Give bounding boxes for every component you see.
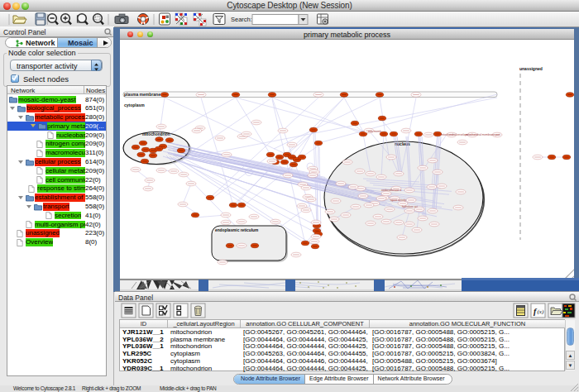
svg-text:hydrolase act: hydrolase act	[402, 205, 418, 208]
svg-text:Search:: Search:	[231, 16, 252, 23]
svg-text:(x): (x)	[538, 308, 544, 315]
svg-text:cytoplasm: cytoplasm	[124, 103, 145, 108]
svg-text:endoplasmic reticulum: endoplasmic reticulum	[215, 228, 258, 232]
svg-text:oxidoreductase a: oxidoreductase a	[381, 189, 402, 192]
svg-text:mitochondrial membrane part: mitochondrial membrane part	[466, 133, 500, 136]
svg-text:mitochondrial envelope: mitochondrial envelope	[441, 133, 468, 136]
svg-text:ligase activity: ligase activity	[390, 198, 406, 202]
svg-text:mito memb: mito memb	[368, 130, 381, 133]
svg-text:unassigned: unassigned	[519, 66, 543, 71]
svg-text:plasma membrane: plasma membrane	[124, 92, 160, 97]
